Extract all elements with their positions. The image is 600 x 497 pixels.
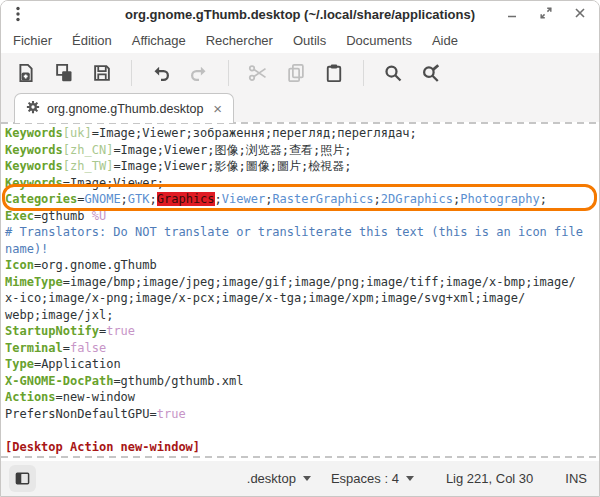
- code-line: PrefersNonDefaultGPU=true: [5, 406, 599, 423]
- side-panel-toggle-button[interactable]: [9, 465, 36, 492]
- menu-item-dition[interactable]: Édition: [62, 30, 122, 51]
- tab-label: org.gnome.gThumb.desktop: [47, 102, 203, 116]
- input-mode-label: INS: [565, 471, 587, 486]
- toolbar-separator: [131, 60, 132, 86]
- find-replace-button[interactable]: [415, 58, 447, 88]
- code-line: Keywords=Image;Viewer;: [5, 175, 599, 192]
- code-line: webp;image/jxl;: [5, 307, 599, 324]
- titlebar: org.gnome.gThumb.desktop (~/.local/share…: [1, 1, 599, 27]
- text-editor-area[interactable]: Keywords[uk]=Image;Viewer;зображення;пер…: [1, 122, 599, 461]
- find-button[interactable]: [377, 58, 409, 88]
- tab-close-icon[interactable]: ×: [213, 101, 222, 116]
- code-line: [5, 422, 599, 439]
- code-line: StartupNotify=true: [5, 323, 599, 340]
- menu-item-documents[interactable]: Documents: [336, 30, 422, 51]
- menubar: FichierÉditionAffichageRechercherOutilsD…: [1, 27, 599, 53]
- chevron-down-icon: [406, 476, 414, 481]
- code-line: MimeType=image/bmp;image/jpeg;image/gif;…: [5, 274, 599, 291]
- code-line: # Translators: Do NOT translate or trans…: [5, 224, 599, 241]
- undo-button[interactable]: [145, 58, 177, 88]
- save-button[interactable]: [86, 58, 118, 88]
- statusbar-right: .desktop Espaces : 4 Lig 221, Col 30 INS: [245, 468, 587, 489]
- tab-org-gnome-gthumb-desktop[interactable]: org.gnome.gThumb.desktop ×: [14, 93, 234, 123]
- open-file-button[interactable]: [48, 58, 80, 88]
- gear-icon: [26, 100, 40, 118]
- restore-button[interactable]: [537, 4, 555, 22]
- chevron-down-icon: [303, 476, 311, 481]
- code-line: name)!: [5, 241, 599, 258]
- menu-item-aide[interactable]: Aide: [422, 30, 468, 51]
- tab-width-label: Espaces : 4: [331, 471, 399, 486]
- code-line: Terminal=false: [5, 340, 599, 357]
- filetype-dropdown[interactable]: .desktop: [245, 468, 313, 489]
- code-line: Icon=org.gnome.gThumb: [5, 257, 599, 274]
- code-lines: Keywords[uk]=Image;Viewer;зображення;пер…: [1, 122, 599, 455]
- code-line: [Desktop Action new-window]: [5, 439, 599, 456]
- menu-item-fichier[interactable]: Fichier: [3, 30, 62, 51]
- toolbar-separator: [363, 60, 364, 86]
- tabbar: org.gnome.gThumb.desktop ×: [1, 93, 599, 122]
- filetype-label: .desktop: [247, 471, 296, 486]
- code-line: Exec=gthumb %U: [5, 208, 599, 225]
- menu-item-affichage[interactable]: Affichage: [122, 30, 196, 51]
- paste-button[interactable]: [318, 58, 350, 88]
- code-line: Actions=new-window: [5, 389, 599, 406]
- code-line: X-GNOME-DocPath=gthumb/gthumb.xml: [5, 373, 599, 390]
- new-file-button[interactable]: [10, 58, 42, 88]
- menu-item-rechercher[interactable]: Rechercher: [196, 30, 283, 51]
- statusbar: .desktop Espaces : 4 Lig 221, Col 30 INS: [1, 461, 599, 496]
- toolbar-separator: [228, 60, 229, 86]
- cut-button[interactable]: [242, 58, 274, 88]
- code-line: Keywords[uk]=Image;Viewer;зображення;пер…: [5, 125, 599, 142]
- gedit-window: org.gnome.gThumb.desktop (~/.local/share…: [0, 0, 600, 497]
- window-controls: [503, 4, 589, 22]
- menu-item-outils[interactable]: Outils: [283, 30, 336, 51]
- code-line: Categories=GNOME;GTK;Graphics;Viewer;Ras…: [5, 191, 599, 208]
- code-line: x-ico;image/x-png;image/x-pcx;image/x-tg…: [5, 290, 599, 307]
- copy-button[interactable]: [280, 58, 312, 88]
- code-line: Type=Application: [5, 356, 599, 373]
- code-line: Keywords[zh_TW]=Image;Viewer;影像;圖像;圖片;檢視…: [5, 158, 599, 175]
- tab-width-dropdown[interactable]: Espaces : 4: [329, 468, 416, 489]
- cursor-position-label: Lig 221, Col 30: [446, 471, 533, 486]
- dashed-line-bottom-annotation: [1, 456, 599, 458]
- minimize-button[interactable]: [503, 4, 521, 22]
- toolbar: [1, 53, 599, 93]
- redo-button[interactable]: [183, 58, 215, 88]
- code-line: Keywords[zh_CN]=Image;Viewer;图像;浏览器;查看;照…: [5, 142, 599, 159]
- close-button[interactable]: [571, 4, 589, 22]
